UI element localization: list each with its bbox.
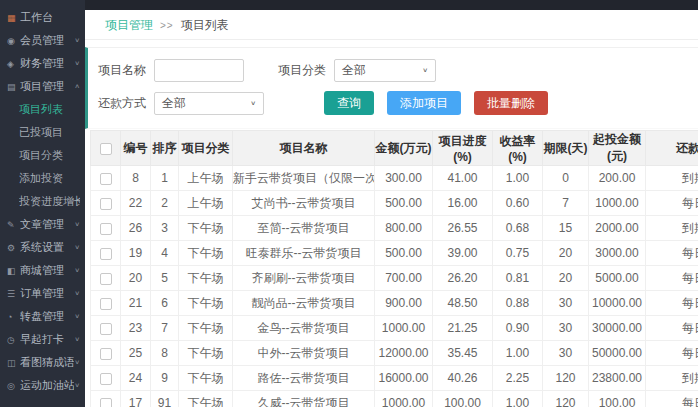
- table-cell: 下午场: [179, 216, 233, 241]
- sidebar-item[interactable]: ⋮: [0, 399, 85, 407]
- table-row: 263下午场至简--云带货项目800.0026.550.68152000.00到…: [91, 216, 698, 241]
- breadcrumb-section[interactable]: 项目管理: [105, 18, 153, 32]
- table-cell: 下午场: [179, 391, 233, 407]
- sidebar: ▦工作台◉会员管理∨◈财务管理∨▤项目管理∧项目列表已投项目项目分类添加投资投资…: [0, 0, 85, 407]
- member-icon: ◉: [7, 36, 20, 46]
- breadcrumb-separator-icon: >>: [160, 20, 174, 31]
- sidebar-item[interactable]: ☰订单管理∨: [0, 282, 85, 305]
- repay-method-label: 还款方式: [98, 95, 154, 112]
- project-category-value: 全部: [342, 62, 366, 79]
- sidebar-item[interactable]: ◉会员管理∨: [0, 29, 85, 52]
- chevron-down-icon: ∨: [74, 336, 80, 343]
- row-select-cell: [91, 216, 121, 241]
- table-cell: 10000.00: [589, 291, 646, 316]
- row-checkbox[interactable]: [100, 173, 112, 185]
- col-header: 项目进度(%): [433, 131, 493, 166]
- row-checkbox[interactable]: [100, 398, 112, 407]
- chevron-down-icon: ∨: [74, 60, 80, 67]
- repay-method-select[interactable]: 全部 ∨: [154, 92, 264, 115]
- table-cell: 8: [151, 341, 179, 366]
- row-checkbox[interactable]: [100, 298, 112, 310]
- sidebar-item[interactable]: ⚙系统设置∨: [0, 236, 85, 259]
- sidebar-item[interactable]: ▦工作台: [0, 6, 85, 29]
- row-checkbox[interactable]: [100, 323, 112, 335]
- table-row: 249下午场路佐--云带货项目16000.0040.262.2512023800…: [91, 366, 698, 391]
- table-cell: 48.50: [433, 291, 493, 316]
- table-cell: 500.00: [375, 241, 433, 266]
- sidebar-item[interactable]: ✎文章管理∨: [0, 213, 85, 236]
- col-header: 期限(天): [543, 131, 589, 166]
- table-cell: 50000.00: [589, 341, 646, 366]
- col-header: 排序: [151, 131, 179, 166]
- batch-delete-button[interactable]: 批量删除: [474, 91, 548, 115]
- table-cell: 17: [121, 391, 151, 407]
- sidebar-item[interactable]: ◈财务管理∨: [0, 52, 85, 75]
- sidebar-item-label: 项目列表: [19, 102, 80, 117]
- table-cell: 26: [121, 216, 151, 241]
- settings-icon: ⚙: [7, 243, 20, 253]
- table-cell: 16.00: [433, 191, 493, 216]
- sidebar-item-label: 看图猜成语: [20, 355, 74, 370]
- table-cell: 旺泰群乐--云带货项目: [233, 241, 375, 266]
- col-header: 起投金额(元): [589, 131, 646, 166]
- sidebar-item[interactable]: ◧商城管理∨: [0, 259, 85, 282]
- table-cell: 20: [543, 241, 589, 266]
- col-header: 金额(万元): [375, 131, 433, 166]
- sidebar-item[interactable]: 项目分类: [0, 144, 85, 167]
- sidebar-item[interactable]: ◔转盘管理∨: [0, 305, 85, 328]
- sidebar-item[interactable]: 项目列表: [0, 98, 85, 121]
- table-cell: 500.00: [375, 191, 433, 216]
- sidebar-nav: ▦工作台◉会员管理∨◈财务管理∨▤项目管理∧项目列表已投项目项目分类添加投资投资…: [0, 6, 85, 407]
- table-cell: 30000.00: [589, 316, 646, 341]
- sidebar-item[interactable]: 已投项目: [0, 121, 85, 144]
- sidebar-item[interactable]: 添加投资: [0, 167, 85, 190]
- table-cell: 24: [121, 366, 151, 391]
- table-cell: 至简--云带货项目: [233, 216, 375, 241]
- table-cell: 700.00: [375, 266, 433, 291]
- breadcrumb: 项目管理>>项目列表: [85, 10, 698, 40]
- project-category-select[interactable]: 全部 ∨: [334, 59, 436, 82]
- project-name-input[interactable]: [154, 59, 244, 82]
- row-checkbox[interactable]: [100, 198, 112, 210]
- wheel-icon: ◔: [7, 312, 20, 322]
- add-project-button[interactable]: 添加项目: [387, 91, 461, 115]
- table-cell: 41.00: [433, 166, 493, 191]
- row-checkbox[interactable]: [100, 348, 112, 360]
- project-name-label: 项目名称: [98, 62, 154, 79]
- sidebar-item-label: 会员管理: [20, 33, 74, 48]
- table-cell: 100.00: [589, 391, 646, 407]
- table-cell: 下午场: [179, 241, 233, 266]
- select-all-cell: [91, 131, 121, 166]
- table-cell: 下午场: [179, 266, 233, 291]
- row-checkbox[interactable]: [100, 223, 112, 235]
- table-cell: 到期还本: [646, 216, 698, 241]
- table-cell: 金鸟--云带货项目: [233, 316, 375, 341]
- project-category-label: 项目分类: [278, 62, 334, 79]
- table-cell: 下午场: [179, 316, 233, 341]
- table-cell: 21.25: [433, 316, 493, 341]
- sidebar-item[interactable]: 投资进度增长: [0, 190, 85, 213]
- table-cell: 35.45: [433, 341, 493, 366]
- table-cell: 20: [543, 266, 589, 291]
- table-cell: 0.81: [493, 266, 543, 291]
- order-icon: ☰: [7, 289, 20, 299]
- table-cell: 5000.00: [589, 266, 646, 291]
- sidebar-item[interactable]: ◎运动加油站∨: [0, 374, 85, 397]
- table-cell: 新手云带货项目（仅限一次）: [233, 166, 375, 191]
- row-checkbox[interactable]: [100, 373, 112, 385]
- sidebar-item[interactable]: ◷早起打卡∨: [0, 328, 85, 351]
- table-cell: 每日返息: [646, 266, 698, 291]
- search-button[interactable]: 查询: [324, 91, 374, 115]
- table-cell: 上午场: [179, 166, 233, 191]
- sidebar-item[interactable]: ◫看图猜成语∨: [0, 351, 85, 374]
- row-checkbox[interactable]: [100, 273, 112, 285]
- sidebar-item[interactable]: ▤项目管理∧: [0, 75, 85, 98]
- table-cell: 到期还本: [646, 166, 698, 191]
- row-checkbox[interactable]: [100, 248, 112, 260]
- table-cell: 5: [151, 266, 179, 291]
- sidebar-item-label: 文章管理: [20, 217, 74, 232]
- filter-row-1: 项目名称 项目分类 全部 ∨: [98, 59, 698, 82]
- table-cell: 到期还本: [646, 366, 698, 391]
- table-cell: 每日返息: [646, 241, 698, 266]
- select-all-checkbox[interactable]: [100, 143, 112, 155]
